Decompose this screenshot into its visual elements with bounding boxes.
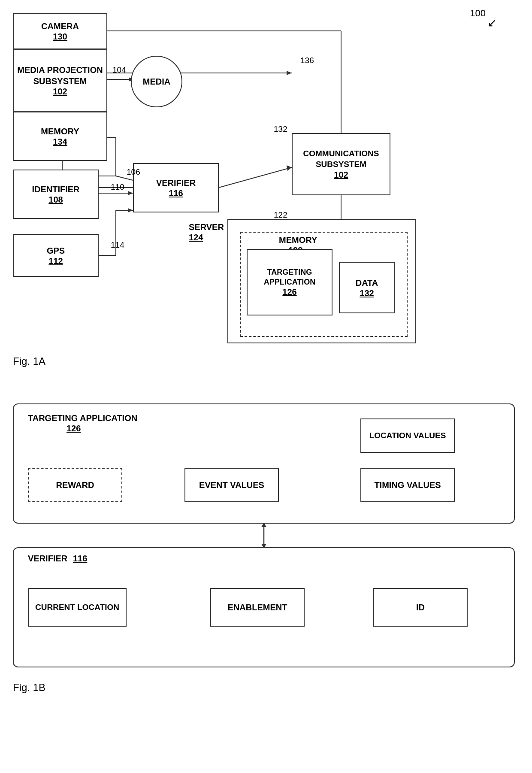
verifier-fig1a-box: VERIFIER 116 [133, 163, 219, 212]
svg-marker-13 [128, 191, 133, 195]
reward-box: REWARD [28, 468, 122, 502]
media-proj-box: MEDIA PROJECTION SUBSYSTEM 102 [13, 49, 107, 112]
media-proj-number: 102 [53, 87, 67, 97]
gps-number: 112 [48, 256, 63, 266]
fig-1b-label: Fig. 1B [13, 682, 45, 694]
comm-subsystem-label: COMMUNICATIONS SUBSYSTEM [293, 149, 390, 170]
targeting-app-fig1a-label: TARGETING APPLICATION [248, 267, 332, 288]
data-132-box: DATA 132 [339, 262, 395, 313]
data-132-label: DATA [356, 277, 378, 288]
ref-114: 114 [111, 240, 124, 250]
verifier-fig1a-label: VERIFIER [156, 177, 196, 188]
memory-134-number: 134 [53, 137, 67, 147]
enablement-label: ENABLEMENT [228, 602, 287, 613]
svg-marker-6 [287, 71, 292, 75]
ref-122: 122 [274, 210, 287, 220]
reward-label: REWARD [56, 479, 94, 491]
enablement-box: ENABLEMENT [210, 588, 305, 627]
media-label: MEDIA [143, 76, 170, 87]
id-box: ID [373, 588, 468, 627]
gps-label: GPS [47, 245, 65, 256]
verifier-label-fig1b: VERIFIER [28, 554, 67, 564]
svg-marker-19 [287, 165, 292, 171]
ref-132: 132 [274, 124, 287, 134]
svg-line-18 [219, 167, 292, 188]
media-circle: MEDIA [131, 56, 182, 107]
memory-128-label: MEMORY [279, 235, 317, 245]
event-values-label: EVENT VALUES [199, 479, 264, 491]
verifier-fig1a-number: 116 [169, 188, 183, 198]
timing-values-box: TIMING VALUES [360, 468, 455, 502]
memory-134-label: MEMORY [41, 126, 79, 137]
camera-number: 130 [53, 32, 67, 42]
current-location-box: CURRENT LOCATION [28, 588, 127, 627]
gps-box: GPS 112 [13, 234, 99, 277]
svg-marker-17 [128, 208, 133, 212]
media-proj-label: MEDIA PROJECTION SUBSYSTEM [14, 64, 106, 87]
ref-104: 104 [112, 65, 126, 75]
location-values-box: LOCATION VALUES [360, 418, 455, 453]
ref-110: 110 [111, 182, 124, 192]
ref-100-label: 100 [470, 8, 486, 19]
identifier-box: IDENTIFIER 108 [13, 170, 99, 219]
ref-106: 106 [127, 167, 140, 177]
ta-label-fig1b: TARGETING APPLICATION [28, 413, 137, 423]
verifier-number-fig1b: 116 [73, 554, 87, 564]
server-label: SERVER [189, 222, 224, 232]
camera-box: CAMERA 130 [13, 13, 107, 49]
targeting-app-fig1a-number: 126 [282, 287, 296, 297]
fig-1a-label: Fig. 1A [13, 355, 45, 367]
comm-subsystem-box: COMMUNICATIONS SUBSYSTEM 102 [292, 133, 390, 195]
camera-label: CAMERA [41, 21, 79, 32]
current-location-label: CURRENT LOCATION [35, 602, 119, 613]
data-132-number: 132 [360, 288, 374, 298]
diagram-container: 100 ↙ CAMERA 130 MEDIA PROJECTION SUBSYS… [0, 0, 532, 773]
ref-136: 136 [300, 56, 314, 65]
memory-134-box: MEMORY 134 [13, 112, 107, 161]
timing-values-label: TIMING VALUES [374, 479, 441, 491]
server-number: 124 [189, 233, 203, 243]
identifier-number: 108 [48, 195, 63, 205]
ref-100-arrow: ↙ [487, 16, 497, 30]
location-values-label: LOCATION VALUES [369, 430, 446, 441]
id-label: ID [416, 602, 425, 613]
targeting-app-fig1a-box: TARGETING APPLICATION 126 [247, 249, 332, 315]
comm-subsystem-number: 102 [334, 170, 348, 180]
ta-number-fig1b: 126 [66, 424, 81, 433]
event-values-box: EVENT VALUES [184, 468, 279, 502]
identifier-label: IDENTIFIER [32, 184, 79, 195]
